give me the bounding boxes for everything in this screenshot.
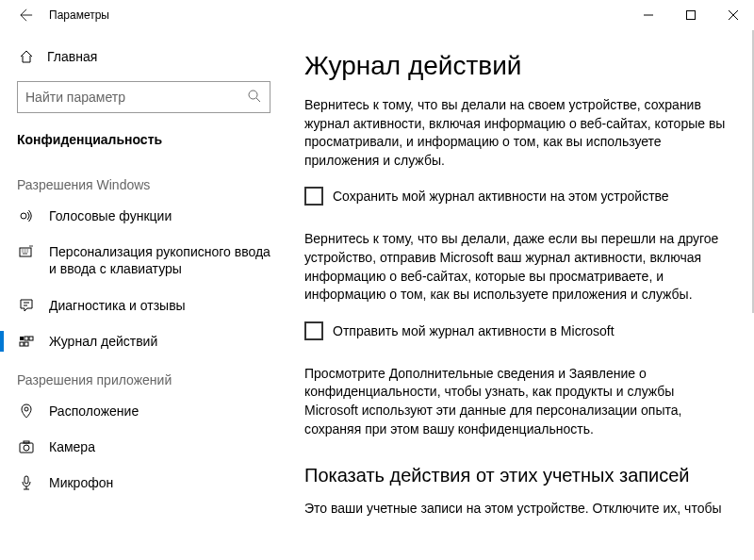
svg-point-2 xyxy=(21,213,26,219)
sidebar: Главная Конфиденциальность Разрешения Wi… xyxy=(0,30,287,560)
svg-rect-5 xyxy=(25,337,28,340)
svg-rect-0 xyxy=(686,11,695,20)
sidebar-item-voice[interactable]: Голосовые функции xyxy=(0,198,287,234)
current-section-label: Конфиденциальность xyxy=(0,124,287,164)
group-header-apps: Разрешения приложений xyxy=(0,359,287,393)
sidebar-item-microphone[interactable]: Микрофон xyxy=(0,465,287,501)
nav-label: Диагностика и отзывы xyxy=(49,297,270,314)
checkbox-store-locally[interactable]: Сохранить мой журнал активности на этом … xyxy=(304,187,726,206)
nav-label: Журнал действий xyxy=(49,333,270,350)
close-icon xyxy=(729,10,738,20)
checkbox-send-microsoft[interactable]: Отправить мой журнал активности в Micros… xyxy=(304,321,726,340)
window-controls xyxy=(627,0,754,30)
svg-point-1 xyxy=(249,91,257,99)
description-1: Вернитесь к тому, что вы делали на своем… xyxy=(304,96,726,170)
titlebar: Параметры xyxy=(0,0,754,30)
window-title: Параметры xyxy=(49,8,109,22)
nav-label: Расположение xyxy=(49,403,270,420)
svg-rect-6 xyxy=(29,337,33,340)
svg-rect-4 xyxy=(20,337,24,340)
camera-icon xyxy=(17,438,36,454)
section-heading-accounts: Показать действия от этих учетных записе… xyxy=(304,465,726,486)
home-icon xyxy=(17,49,36,64)
keyboard-icon xyxy=(17,243,36,259)
location-icon xyxy=(17,403,36,419)
checkbox-icon xyxy=(304,321,323,340)
search-icon xyxy=(247,89,262,107)
activity-icon xyxy=(17,333,36,349)
checkbox-label: Сохранить мой журнал активности на этом … xyxy=(333,189,669,204)
svg-rect-8 xyxy=(25,342,28,346)
nav-label: Микрофон xyxy=(49,474,270,491)
microphone-icon xyxy=(17,474,36,490)
page-title: Журнал действий xyxy=(304,51,726,81)
nav-label: Персонализация рукописного ввода и ввода… xyxy=(49,243,270,277)
description-3: Просмотрите Дополнительные сведения и За… xyxy=(304,365,726,438)
nav-label: Камера xyxy=(49,438,270,455)
home-button[interactable]: Главная xyxy=(0,41,287,72)
checkbox-label: Отправить мой журнал активности в Micros… xyxy=(333,323,615,338)
close-button[interactable] xyxy=(712,0,754,30)
sidebar-item-activity-history[interactable]: Журнал действий xyxy=(0,323,287,359)
svg-rect-13 xyxy=(25,476,28,484)
sidebar-item-inking[interactable]: Персонализация рукописного ввода и ввода… xyxy=(0,234,287,287)
back-button[interactable] xyxy=(8,0,45,30)
sidebar-item-diagnostics[interactable]: Диагностика и отзывы xyxy=(0,288,287,323)
sidebar-item-location[interactable]: Расположение xyxy=(0,393,287,429)
sidebar-item-camera[interactable]: Камера xyxy=(0,429,287,465)
svg-rect-12 xyxy=(24,441,29,443)
main-content: Журнал действий Вернитесь к тому, что вы… xyxy=(287,30,754,560)
group-header-windows: Разрешения Windows xyxy=(0,164,287,198)
svg-rect-7 xyxy=(20,342,24,346)
description-2: Вернитесь к тому, что вы делали, даже ес… xyxy=(304,230,726,304)
minimize-icon xyxy=(644,10,653,20)
maximize-button[interactable] xyxy=(669,0,712,30)
svg-point-11 xyxy=(24,445,29,451)
nav-label: Голосовые функции xyxy=(49,207,270,224)
search-box[interactable] xyxy=(17,81,270,113)
description-4: Это ваши учетные записи на этом устройст… xyxy=(304,500,726,519)
maximize-icon xyxy=(686,10,696,20)
checkbox-icon xyxy=(304,187,323,206)
speech-icon xyxy=(17,207,36,223)
home-label: Главная xyxy=(47,49,97,64)
feedback-icon xyxy=(17,297,36,313)
svg-point-9 xyxy=(25,407,28,411)
svg-rect-3 xyxy=(20,248,31,256)
minimize-button[interactable] xyxy=(627,0,669,30)
search-input[interactable] xyxy=(25,90,247,105)
arrow-left-icon xyxy=(20,8,33,22)
